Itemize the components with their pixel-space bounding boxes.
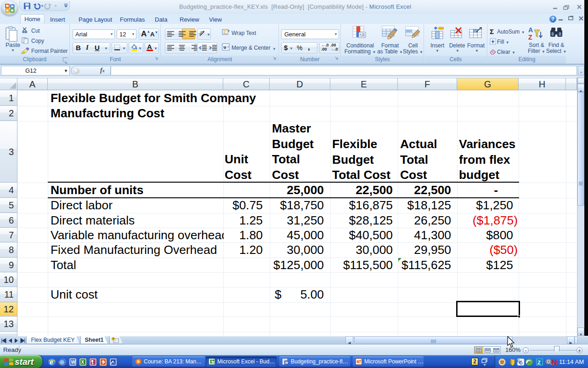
svg-text:A: A	[528, 26, 533, 34]
svg-text:Z: Z	[528, 34, 532, 40]
svg-text:W: W	[285, 361, 288, 364]
svg-text:e: e	[50, 358, 53, 366]
svg-text:A: A	[527, 360, 531, 365]
svg-text:N: N	[552, 359, 557, 366]
svg-text:X: X	[81, 360, 85, 365]
svg-text:ab: ab	[199, 30, 204, 36]
svg-text:Z: Z	[537, 360, 541, 365]
svg-text:W: W	[71, 360, 76, 365]
